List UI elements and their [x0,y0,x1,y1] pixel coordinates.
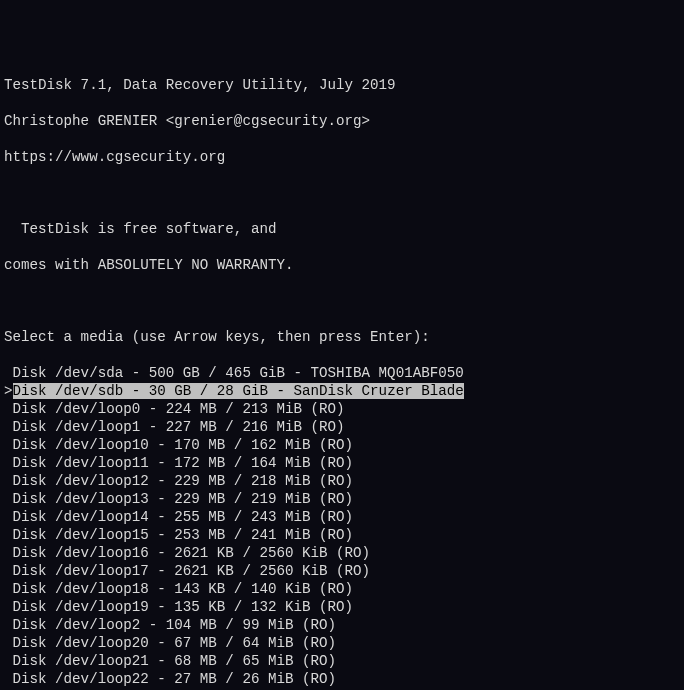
select-prompt: Select a media (use Arrow keys, then pre… [4,328,680,346]
header-author: Christophe GRENIER <grenier@cgsecurity.o… [4,112,680,130]
disk-item[interactable]: Disk /dev/loop0 - 224 MB / 213 MiB (RO) [4,400,680,418]
disk-item[interactable]: Disk /dev/loop22 - 27 MB / 26 MiB (RO) [4,670,680,688]
blank [4,184,680,202]
disk-item[interactable]: Disk /dev/loop1 - 227 MB / 216 MiB (RO) [4,418,680,436]
disk-item[interactable]: Disk /dev/sda - 500 GB / 465 GiB - TOSHI… [4,364,680,382]
disk-item[interactable]: Disk /dev/loop13 - 229 MB / 219 MiB (RO) [4,490,680,508]
disk-item[interactable]: Disk /dev/loop20 - 67 MB / 64 MiB (RO) [4,634,680,652]
disk-item[interactable]: Disk /dev/loop2 - 104 MB / 99 MiB (RO) [4,616,680,634]
disk-item[interactable]: Disk /dev/loop11 - 172 MB / 164 MiB (RO) [4,454,680,472]
disk-item[interactable]: >Disk /dev/sdb - 30 GB / 28 GiB - SanDis… [4,382,680,400]
header-url: https://www.cgsecurity.org [4,148,680,166]
header-version: TestDisk 7.1, Data Recovery Utility, Jul… [4,76,680,94]
disk-item[interactable]: Disk /dev/loop12 - 229 MB / 218 MiB (RO) [4,472,680,490]
disk-item[interactable]: Disk /dev/loop10 - 170 MB / 162 MiB (RO) [4,436,680,454]
intro-line-1: TestDisk is free software, and [4,220,680,238]
disk-item[interactable]: Disk /dev/loop18 - 143 KB / 140 KiB (RO) [4,580,680,598]
disk-item[interactable]: Disk /dev/loop16 - 2621 KB / 2560 KiB (R… [4,544,680,562]
disk-item-selected[interactable]: Disk /dev/sdb - 30 GB / 28 GiB - SanDisk… [13,383,464,399]
disk-item[interactable]: Disk /dev/loop21 - 68 MB / 65 MiB (RO) [4,652,680,670]
disk-item[interactable]: Disk /dev/loop19 - 135 KB / 132 KiB (RO) [4,598,680,616]
disk-item[interactable]: Disk /dev/loop17 - 2621 KB / 2560 KiB (R… [4,562,680,580]
disk-list[interactable]: Disk /dev/sda - 500 GB / 465 GiB - TOSHI… [4,364,680,690]
intro-line-2: comes with ABSOLUTELY NO WARRANTY. [4,256,680,274]
blank [4,292,680,310]
disk-item[interactable]: Disk /dev/loop15 - 253 MB / 241 MiB (RO) [4,526,680,544]
disk-item[interactable]: Disk /dev/loop14 - 255 MB / 243 MiB (RO) [4,508,680,526]
